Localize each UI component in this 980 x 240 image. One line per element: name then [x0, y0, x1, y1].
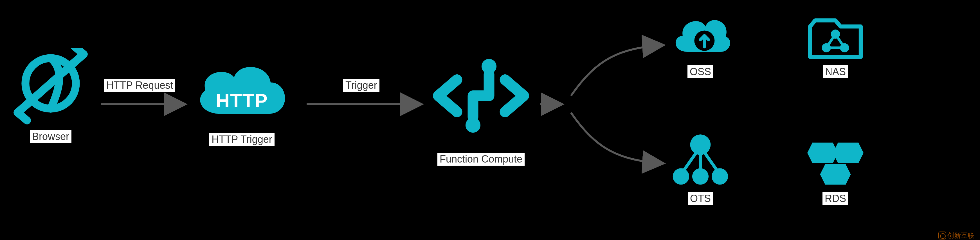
- arrow-to-ots: [571, 113, 664, 163]
- watermark-icon: [939, 232, 946, 240]
- arrow-to-oss: [571, 45, 664, 96]
- arrows-layer: [0, 0, 980, 240]
- edge-label-http-request: HTTP Request: [104, 79, 175, 92]
- watermark-text: 创新互联: [947, 231, 974, 240]
- edge-label-trigger: Trigger: [343, 79, 379, 92]
- watermark: 创新互联: [939, 231, 974, 240]
